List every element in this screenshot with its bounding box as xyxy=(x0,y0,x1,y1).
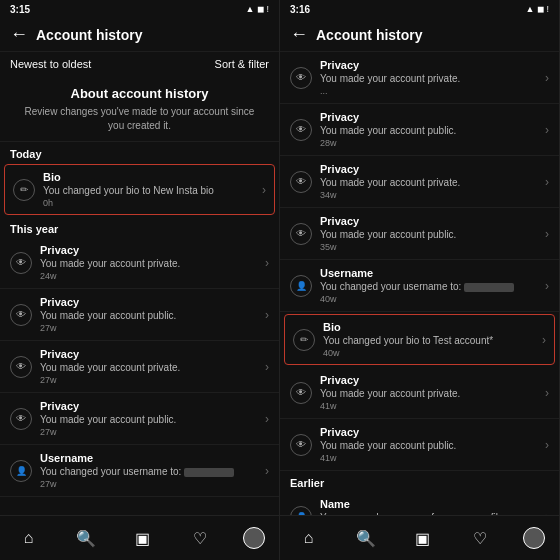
person-circle-icon: 👤 xyxy=(290,506,312,516)
bio-title-right: Bio xyxy=(323,321,534,333)
nav-heart-left[interactable]: ♡ xyxy=(186,524,214,552)
bottom-nav-right: ⌂ 🔍 ▣ ♡ xyxy=(280,515,559,560)
history-item-privacy-r2[interactable]: 👁 Privacy You made your account public. … xyxy=(280,104,559,156)
about-section: About account history Review changes you… xyxy=(0,76,279,142)
redacted xyxy=(464,283,514,292)
history-list-left: Today ✏ Bio You changed your bio to New … xyxy=(0,142,279,515)
section-today: Today xyxy=(0,142,279,162)
history-item-privacy-4[interactable]: 👁 Privacy You made your account public. … xyxy=(0,393,279,445)
history-item-privacy-1[interactable]: 👁 Privacy You made your account private.… xyxy=(0,237,279,289)
redacted xyxy=(184,468,234,477)
history-item-bio-today[interactable]: ✏ Bio You changed your bio to New Insta … xyxy=(4,164,275,215)
chevron-icon: › xyxy=(545,386,549,400)
pencil-icon: ✏ xyxy=(13,179,35,201)
eye-off-icon: 👁 xyxy=(290,119,312,141)
eye-off-icon: 👁 xyxy=(290,223,312,245)
eye-off-icon: 👁 xyxy=(290,382,312,404)
bio-icon-today: ✏ xyxy=(13,179,35,201)
time-left: 3:15 xyxy=(10,4,30,15)
about-title: About account history xyxy=(20,86,259,101)
history-item-username-1[interactable]: 👤 Username You changed your username to:… xyxy=(0,445,279,497)
chevron-icon: › xyxy=(545,71,549,85)
nav-profile-right[interactable] xyxy=(523,527,545,549)
eye-off-icon: 👁 xyxy=(10,356,32,378)
eye-off-icon: 👁 xyxy=(290,67,312,89)
chevron-icon: › xyxy=(265,360,269,374)
bio-time-today: 0h xyxy=(43,198,254,208)
status-icons-right: ▲ ◼ ! xyxy=(526,4,549,14)
chevron-icon: › xyxy=(542,333,546,347)
nav-reels-left[interactable]: ▣ xyxy=(129,524,157,552)
history-item-privacy-3[interactable]: 👁 Privacy You made your account private.… xyxy=(0,341,279,393)
nav-heart-right[interactable]: ♡ xyxy=(466,524,494,552)
history-item-name-r1[interactable]: 👤 Name You removed your name from your p… xyxy=(280,491,559,515)
history-item-privacy-r3[interactable]: 👁 Privacy You made your account private.… xyxy=(280,156,559,208)
history-item-privacy-r4[interactable]: 👁 Privacy You made your account public. … xyxy=(280,208,559,260)
newest-bar: Newest to oldest Sort & filter xyxy=(0,52,279,76)
bottom-nav-left: ⌂ 🔍 ▣ ♡ xyxy=(0,515,279,560)
header-right: ← Account history xyxy=(280,18,559,52)
newest-label: Newest to oldest xyxy=(10,58,91,70)
header-left: ← Account history xyxy=(0,18,279,52)
eye-off-icon: 👁 xyxy=(290,171,312,193)
chevron-icon: › xyxy=(265,464,269,478)
history-item-bio-right[interactable]: ✏ Bio You changed your bio to Test accou… xyxy=(285,315,554,364)
status-icons-left: ▲ ◼ ! xyxy=(246,4,269,14)
history-item-username-r1[interactable]: 👤 Username You changed your username to:… xyxy=(280,260,559,312)
history-item-privacy-2[interactable]: 👁 Privacy You made your account public. … xyxy=(0,289,279,341)
section-thisyear: This year xyxy=(0,217,279,237)
chevron-icon: › xyxy=(265,256,269,270)
section-earlier: Earlier xyxy=(280,471,559,491)
nav-profile-left[interactable] xyxy=(243,527,265,549)
eye-off-icon: 👁 xyxy=(290,434,312,456)
nav-home-left[interactable]: ⌂ xyxy=(15,524,43,552)
left-panel: 3:15 ▲ ◼ ! ← Account history Newest to o… xyxy=(0,0,280,560)
right-panel: 3:16 ▲ ◼ ! ← Account history 👁 Privacy Y… xyxy=(280,0,560,560)
history-item-privacy-r5[interactable]: 👁 Privacy You made your account private.… xyxy=(280,367,559,419)
chevron-icon: › xyxy=(545,123,549,137)
status-bar-left: 3:15 ▲ ◼ ! xyxy=(0,0,279,18)
status-bar-right: 3:16 ▲ ◼ ! xyxy=(280,0,559,18)
chevron-icon: › xyxy=(545,279,549,293)
back-button-right[interactable]: ← xyxy=(290,24,308,45)
person-icon: 👤 xyxy=(10,460,32,482)
bio-desc-today: You changed your bio to New Insta bio xyxy=(43,184,254,197)
eye-off-icon: 👁 xyxy=(10,252,32,274)
bio-title-today: Bio xyxy=(43,171,254,183)
chevron-icon: › xyxy=(545,175,549,189)
history-item-privacy-r6[interactable]: 👁 Privacy You made your account public. … xyxy=(280,419,559,471)
privacy-icon-1: 👁 xyxy=(10,252,32,274)
bio-desc-right: You changed your bio to Test account* xyxy=(323,334,534,347)
chevron-icon: › xyxy=(265,308,269,322)
chevron-icon: › xyxy=(545,227,549,241)
chevron-icon: › xyxy=(545,510,549,516)
history-item-bio-right-wrapper: ✏ Bio You changed your bio to Test accou… xyxy=(284,314,555,365)
page-title-left: Account history xyxy=(36,27,269,43)
history-item-privacy-r1[interactable]: 👁 Privacy You made your account private.… xyxy=(280,52,559,104)
nav-search-left[interactable]: 🔍 xyxy=(72,524,100,552)
nav-reels-right[interactable]: ▣ xyxy=(409,524,437,552)
about-subtitle: Review changes you've made to your accou… xyxy=(20,105,259,133)
eye-off-icon: 👁 xyxy=(10,304,32,326)
bio-time-right: 40w xyxy=(323,348,534,358)
chevron-icon: › xyxy=(265,412,269,426)
pencil-icon: ✏ xyxy=(293,329,315,351)
chevron-icon: › xyxy=(262,183,266,197)
bio-icon-right: ✏ xyxy=(293,329,315,351)
person-icon: 👤 xyxy=(290,275,312,297)
nav-search-right[interactable]: 🔍 xyxy=(352,524,380,552)
nav-home-right[interactable]: ⌂ xyxy=(295,524,323,552)
eye-off-icon: 👁 xyxy=(10,408,32,430)
sort-filter-button[interactable]: Sort & filter xyxy=(215,58,269,70)
time-right: 3:16 xyxy=(290,4,310,15)
bio-content-today: Bio You changed your bio to New Insta bi… xyxy=(43,171,254,208)
history-list-right: 👁 Privacy You made your account private.… xyxy=(280,52,559,515)
back-button-left[interactable]: ← xyxy=(10,24,28,45)
page-title-right: Account history xyxy=(316,27,549,43)
chevron-icon: › xyxy=(545,438,549,452)
bio-content-right: Bio You changed your bio to Test account… xyxy=(323,321,534,358)
